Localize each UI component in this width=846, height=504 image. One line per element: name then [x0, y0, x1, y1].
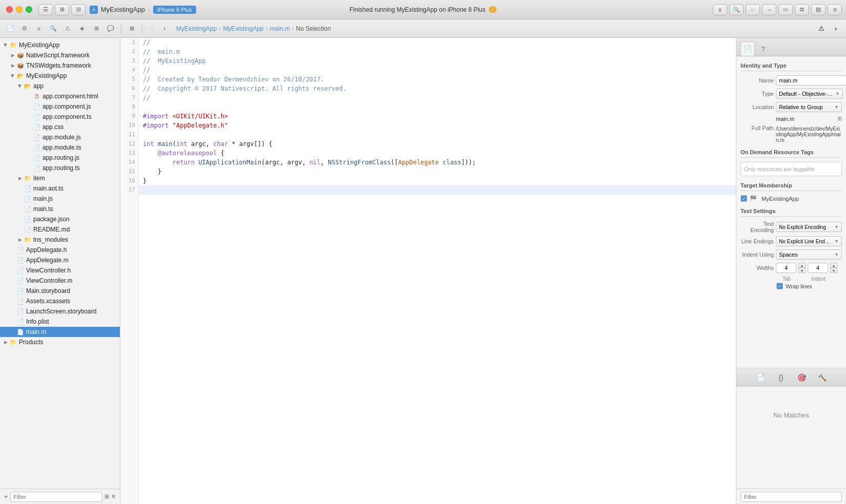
indent-stepper-up[interactable]: ▲ [830, 263, 837, 268]
sidebar-item-app-module-js[interactable]: ▶ 📄 app.module.js [0, 132, 120, 142]
settings-button[interactable]: ⚙ [18, 23, 31, 35]
filter-clear-icon[interactable]: ✕ [111, 493, 116, 500]
nav-fwd-arrow[interactable]: › [159, 23, 170, 34]
file-toggle-button[interactable]: 📄 [4, 23, 16, 35]
type-select[interactable]: Default - Objective-C Sou... ▼ [776, 89, 843, 99]
sidebar-item-app-routing-js[interactable]: ▶ 📄 app.routing.js [0, 153, 120, 163]
sidebar-item-myapp[interactable]: ▶ 📂 MyExistingApp [0, 71, 120, 81]
indent-stepper[interactable]: ▲ ▼ [830, 263, 837, 273]
comment-button[interactable]: 💬 [104, 23, 117, 35]
layout-split-button[interactable]: ⧉ [795, 4, 809, 15]
sidebar-item-main-ts[interactable]: ▶ 📄 main.ts [0, 204, 120, 214]
right-filter-input[interactable] [741, 492, 842, 502]
bottom-tab-file[interactable]: 📄 [753, 370, 768, 385]
location-select[interactable]: Relative to Group ▼ [776, 102, 842, 112]
sidebar-item-assets[interactable]: ▶ 📄 Assets.xcassets [0, 296, 120, 306]
sidebar-item-app-css[interactable]: ▶ 📄 app.css [0, 122, 120, 132]
layout-assistant-button[interactable]: ▤ [811, 4, 826, 15]
grid-button[interactable]: ⊞ [90, 23, 102, 35]
maximize-button[interactable] [26, 6, 32, 13]
device-badge[interactable]: iPhone 8 Plus [153, 6, 196, 14]
sidebar-item-main-aot-ts[interactable]: ▶ 📄 main.aot.ts [0, 183, 120, 194]
nav-fwd-button[interactable]: → [762, 4, 776, 15]
bottom-tab-build[interactable]: 🔨 [815, 370, 829, 385]
right-panel-bottom-tabs: 📄 {} 🎯 🔨 [736, 368, 846, 386]
editor-content[interactable]: 1 2 3 4 5 6 7 8 9 10 11 12 13 14 15 16 1… [120, 38, 736, 504]
sidebar-item-nativescript[interactable]: ▶ 📦 NativeScript.framework [0, 50, 120, 60]
sidebar-item-item[interactable]: ▶ 📁 item [0, 173, 120, 183]
sidebar-item-app-routing-ts[interactable]: ▶ 📄 app.routing.ts [0, 163, 120, 173]
main-layout: ▶ 📁 MyExistingApp ▶ 📦 NativeScript.frame… [0, 38, 846, 504]
sidebar-toggle-button[interactable]: ☰ [38, 4, 53, 15]
sidebar-item-viewcontroller-m[interactable]: ▶ 📄 ViewController.m [0, 276, 120, 286]
sidebar-item-app[interactable]: ▶ 📂 app [0, 81, 120, 91]
breadcrumb-item-1[interactable]: MyExistingApp [176, 25, 217, 32]
layout-single-button[interactable]: ▭ [778, 4, 793, 15]
layout-version-button[interactable]: ⧈ [828, 4, 842, 15]
tab-help[interactable]: ? [756, 41, 770, 56]
sidebar-item-info-plist[interactable]: ▶ 📄 Info.plist [0, 317, 120, 327]
line-endings-select[interactable]: No Explicit Line Endings ▼ [776, 236, 842, 246]
bottom-tab-target[interactable]: 🎯 [794, 370, 809, 385]
close-button[interactable] [6, 6, 13, 13]
nav-back-button[interactable]: ← [746, 4, 760, 15]
sidebar-item-tnswidgets[interactable]: ▶ 📦 TNSWidgets.framework [0, 60, 120, 71]
sidebar-item-app-component-ts[interactable]: ▶ 📄 app.component.ts [0, 112, 120, 122]
sidebar-item-main-js[interactable]: ▶ 📄 main.js [0, 194, 120, 204]
tab-stepper-down[interactable]: ▼ [798, 268, 806, 273]
debug-view-button[interactable]: ⊞ [55, 4, 69, 15]
tab-stepper[interactable]: ▲ ▼ [798, 263, 806, 273]
text-encoding-select[interactable]: No Explicit Encoding ▼ [776, 222, 842, 232]
indent-stepper-down[interactable]: ▼ [830, 268, 837, 273]
on-demand-input[interactable]: Only resources are taggable [741, 162, 842, 176]
location-path-edit-icon[interactable]: ⊞ [837, 115, 842, 122]
sidebar-item-package-json[interactable]: ▶ 📄 package.json [0, 214, 120, 224]
tab-stepper-up[interactable]: ▲ [798, 263, 806, 268]
sidebar-item-main-storyboard[interactable]: ▶ 📄 Main.storyboard [0, 286, 120, 296]
bookmark-button[interactable]: ◈ [76, 23, 88, 35]
tab-file-inspector[interactable]: 📄 [741, 41, 755, 56]
sidebar-item-tns-modules[interactable]: ▶ 📁 tns_modules [0, 235, 120, 245]
breadcrumb-item-2[interactable]: MyExistingApp [223, 25, 263, 32]
view-list-button[interactable]: ≡ [33, 23, 45, 35]
sidebar-item-app-component-html[interactable]: ▶ 🗒 app.component.html [0, 91, 120, 101]
bottom-tab-code[interactable]: {} [774, 370, 788, 385]
tree-arrow-tnswidgets: ▶ [9, 62, 16, 69]
right-panel-tabs: 📄 ? [736, 38, 846, 56]
code-view-button[interactable]: ⊠ [125, 23, 138, 35]
target-checkbox[interactable]: ✓ [741, 195, 747, 202]
filter-mode-icon[interactable]: ⊞ [104, 493, 109, 500]
sidebar-item-launchscreen[interactable]: ▶ 📄 LaunchScreen.storyboard [0, 306, 120, 317]
sidebar-item-project[interactable]: ▶ 📁 MyExistingApp [0, 40, 120, 50]
sidebar-item-appdelegate-h[interactable]: ▶ 📄 AppDelegate.h [0, 245, 120, 255]
tab-width-input[interactable] [776, 263, 796, 273]
code-area[interactable]: // // main.m // MyExistingApp // // Crea… [139, 38, 736, 504]
search-button[interactable]: 🔍 [729, 4, 744, 15]
warning-badge[interactable]: 2 [489, 6, 497, 13]
sidebar-item-readme[interactable]: ▶ 📄 README.md [0, 224, 120, 235]
sidebar-item-viewcontroller-h[interactable]: ▶ 📄 ViewController.h [0, 265, 120, 276]
indent-width-input[interactable] [808, 263, 828, 273]
nav-back-arrow[interactable]: ‹ [146, 23, 158, 34]
alert-button[interactable]: ⚠ [61, 23, 74, 35]
sidebar-item-products[interactable]: ▶ 📁 No Matches Products [0, 337, 120, 347]
code-line-7: // [139, 93, 736, 102]
sidebar-item-main-m[interactable]: ▶ 📄 main.m [0, 327, 120, 337]
breadcrumb-warning-icon[interactable]: ⚠ [815, 23, 828, 35]
indent-using-select[interactable]: Spaces ▼ [776, 249, 842, 260]
code-line-17 [139, 185, 736, 195]
target-membership-row: ✓ 🏁 MyExistingApp [741, 195, 842, 202]
minimize-button[interactable] [16, 6, 23, 13]
breadcrumb-item-3[interactable]: main.m [270, 25, 290, 32]
wrap-lines-checkbox[interactable]: ✓ [776, 283, 783, 289]
sidebar-item-app-component-js[interactable]: ▶ 📄 app.component.js [0, 101, 120, 112]
search-button-2[interactable]: 🔍 [47, 23, 59, 35]
filter-input[interactable] [10, 492, 102, 502]
name-input[interactable] [776, 75, 846, 86]
sidebar-item-appdelegate-m[interactable]: ▶ 📄 AppDelegate.m [0, 255, 120, 265]
sidebar-item-app-module-ts[interactable]: ▶ 📄 app.module.ts [0, 142, 120, 153]
add-icon[interactable]: + [4, 493, 8, 500]
list-view-button[interactable]: ≡ [713, 4, 727, 15]
hierarchy-button[interactable]: ⊟ [71, 4, 86, 15]
breadcrumb-nav-right[interactable]: › [830, 23, 842, 35]
